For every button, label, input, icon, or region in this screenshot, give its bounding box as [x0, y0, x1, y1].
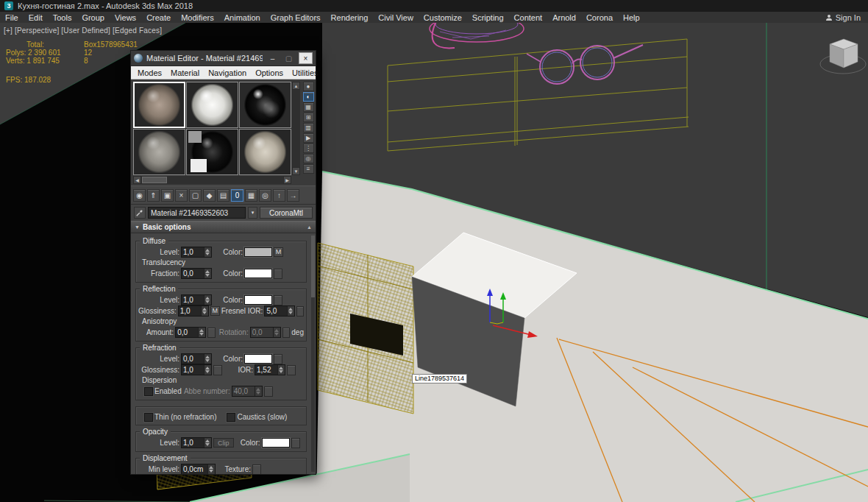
thin-checkbox[interactable] [144, 413, 153, 422]
fresnel-ior-spinner[interactable]: 5,0 [264, 305, 295, 317]
refraction-color-map-button[interactable] [274, 354, 282, 364]
material-slot-3[interactable] [239, 82, 291, 128]
make-material-copy-button[interactable]: ▢ [189, 189, 202, 202]
viewport-label[interactable]: [+] [Perspective] [User Defined] [Edged … [4, 26, 162, 35]
refraction-level-spinner[interactable]: 0,0 [181, 353, 212, 364]
menu-arnold[interactable]: Arnold [547, 12, 581, 23]
get-material-button[interactable]: ◉ [133, 189, 146, 202]
material-slot-5[interactable] [186, 129, 238, 175]
menu-content[interactable]: Content [509, 12, 548, 23]
basic-options-rollout[interactable]: ▼ Basic options ▲ [131, 221, 316, 233]
displacement-texture-map-button[interactable] [252, 464, 261, 475]
dispersion-enabled-checkbox[interactable] [144, 387, 153, 396]
anisotropy-amount-map-button[interactable] [207, 328, 216, 338]
spinner-arrows-icon[interactable] [204, 269, 211, 278]
spinner-arrows-icon[interactable] [277, 365, 285, 375]
refraction-glossiness-map-button[interactable] [213, 365, 222, 375]
reflection-color-swatch[interactable] [244, 295, 272, 305]
spinner-arrows-icon[interactable] [198, 328, 205, 337]
refraction-color-swatch[interactable] [244, 354, 272, 364]
slots-vertical-scrollbar[interactable]: ▲ ▼ [292, 82, 300, 175]
close-button[interactable]: × [299, 52, 313, 64]
put-material-to-scene-button[interactable]: ⇑ [147, 189, 160, 202]
opacity-map-button[interactable] [291, 438, 300, 448]
me-menu-modes[interactable]: Modes [134, 68, 166, 77]
h-scroll-thumb[interactable] [142, 177, 167, 183]
fresnel-map-button[interactable] [296, 306, 304, 317]
app-titlebar[interactable]: 3 Кухня-гостиная 2.max - Autodesk 3ds Ma… [0, 0, 868, 12]
reset-material-button[interactable]: × [175, 189, 188, 202]
menu-edit[interactable]: Edit [24, 12, 48, 23]
go-forward-to-sibling-button[interactable]: → [287, 189, 299, 202]
refraction-ior-spinner[interactable]: 1,52 [255, 364, 285, 375]
menu-create[interactable]: Create [141, 12, 176, 23]
spinner-arrows-icon[interactable] [204, 247, 211, 257]
material-name-dropdown[interactable]: Material #21469352603 [148, 207, 246, 219]
options-button[interactable]: ⋮ [303, 144, 314, 153]
menu-modifiers[interactable]: Modifiers [176, 12, 219, 23]
menu-rendering[interactable]: Rendering [326, 12, 374, 23]
material-type-button[interactable]: CoronaMtl [260, 207, 313, 219]
opacity-level-spinner[interactable]: 1,0 [181, 437, 212, 448]
slots-horizontal-scrollbar[interactable]: ◀ ▶ [133, 176, 291, 184]
params-scrollbar[interactable] [311, 236, 315, 472]
chevron-down-icon[interactable]: ▾ [248, 207, 257, 219]
translucency-map-button[interactable] [274, 269, 282, 279]
menu-file[interactable]: File [0, 12, 24, 23]
me-menu-material[interactable]: Material [167, 68, 203, 77]
reflection-color-map-button[interactable] [274, 295, 282, 305]
menu-graph-editors[interactable]: Graph Editors [266, 12, 326, 23]
menu-views[interactable]: Views [110, 12, 141, 23]
material-slot-2[interactable] [186, 82, 238, 128]
material-slot-1[interactable] [133, 82, 185, 128]
scroll-down-icon[interactable]: ▼ [292, 167, 300, 175]
menu-animation[interactable]: Animation [219, 12, 266, 23]
select-by-material-button[interactable]: ◎ [303, 154, 314, 163]
abbe-map-button[interactable] [264, 386, 273, 397]
sample-type-button[interactable]: ● [303, 82, 314, 91]
menu-group[interactable]: Group [77, 12, 110, 23]
me-menu-utilities[interactable]: Utilities [288, 68, 321, 77]
params-scroll-thumb[interactable] [311, 236, 315, 297]
background-button[interactable]: ▦ [303, 102, 314, 112]
reflection-glossiness-map-button[interactable]: M [210, 306, 220, 316]
material-editor-titlebar[interactable]: Material Editor - Material #214693... – … [131, 51, 316, 66]
menu-scripting[interactable]: Scripting [467, 12, 509, 23]
assign-material-to-selection-button[interactable]: ▣ [161, 189, 174, 202]
diffuse-level-spinner[interactable]: 1,0 [181, 247, 212, 258]
show-shaded-in-viewport-button[interactable]: ▦ [245, 189, 257, 202]
translucency-color-swatch[interactable] [244, 269, 272, 278]
material-slot-4[interactable] [133, 129, 185, 175]
spinner-arrows-icon[interactable] [204, 365, 211, 375]
spinner-arrows-icon[interactable] [287, 306, 294, 316]
refraction-ior-map-button[interactable] [287, 365, 296, 375]
menu-civil-view[interactable]: Civil View [373, 12, 418, 23]
maximize-button[interactable]: ▢ [282, 53, 295, 63]
menu-customize[interactable]: Customize [419, 12, 467, 23]
sign-in-button[interactable]: Sign In [818, 13, 868, 22]
me-menu-navigation[interactable]: Navigation [204, 68, 250, 77]
pick-from-object-button[interactable] [134, 207, 146, 219]
sample-uv-tiling-button[interactable]: ⊞ [303, 113, 314, 122]
anisotropy-rotation-map-button[interactable] [282, 328, 291, 338]
show-end-result-button[interactable]: ◎ [259, 189, 271, 202]
material-id-channel-button[interactable]: 0 [231, 189, 243, 202]
refraction-glossiness-spinner[interactable]: 1,0 [181, 364, 212, 375]
spinner-arrows-icon[interactable] [204, 354, 211, 364]
material-slot-6[interactable] [239, 129, 291, 175]
material-editor-window[interactable]: Material Editor - Material #214693... – … [130, 50, 316, 475]
menu-tools[interactable]: Tools [48, 12, 77, 23]
translucency-fraction-spinner[interactable]: 0,0 [181, 268, 212, 279]
anisotropy-amount-spinner[interactable]: 0,0 [175, 327, 206, 338]
make-preview-button[interactable]: ▶ [303, 133, 314, 143]
backlight-button[interactable]: ◐ [303, 92, 314, 102]
reflection-level-spinner[interactable]: 1,0 [181, 294, 212, 305]
diffuse-map-button[interactable]: M [274, 247, 283, 257]
scroll-left-icon[interactable]: ◀ [133, 176, 141, 184]
scroll-right-icon[interactable]: ▶ [283, 176, 291, 184]
opacity-color-swatch[interactable] [262, 438, 290, 448]
menu-help[interactable]: Help [618, 12, 645, 23]
spinner-arrows-icon[interactable] [207, 464, 215, 474]
scroll-up-icon[interactable]: ▲ [292, 82, 300, 90]
spinner-arrows-icon[interactable] [204, 295, 211, 305]
